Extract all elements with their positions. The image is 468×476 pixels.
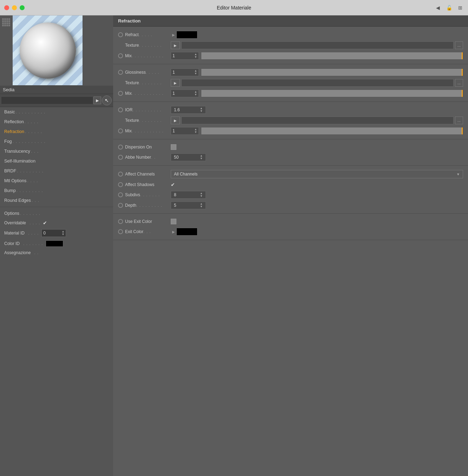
material-preview [13, 15, 83, 86]
section-header-refraction: Refraction [113, 15, 468, 27]
sidebar-item-self-illumination[interactable]: Self-Illumination [0, 156, 113, 166]
refract-mix-radio[interactable] [118, 53, 123, 58]
refract-color-swatch[interactable] [176, 31, 197, 39]
maximize-button[interactable] [20, 5, 25, 10]
sidebar-item-brdf-label: BRDF [4, 168, 16, 173]
ior-row: IOR . . . . . . . . . . 1.6 ▲▼ [113, 105, 468, 115]
glossiness-texture-more-button[interactable]: ... [455, 79, 463, 87]
sidebar-item-round-edges[interactable]: Round Edges . . . [0, 196, 113, 205]
subdivs-label: Subdivs . . . . . . . [125, 192, 171, 197]
refract-mix-value: 1 [173, 53, 175, 58]
color-id-row: Color ID . . . . . . . [0, 239, 113, 249]
sidebar-item-options[interactable]: Options . . . . . . . [0, 209, 113, 218]
glossiness-mix-spinbox[interactable]: 1 ▲▼ [171, 90, 199, 97]
abbe-number-value: 50 [174, 155, 178, 160]
glossiness-mix-label: Mix . . . . . . . . . . . [125, 91, 171, 96]
ior-label: IOR . . . . . . . . . . [125, 107, 171, 112]
glossiness-texture-bar [181, 79, 454, 87]
subdivs-radio[interactable] [118, 192, 123, 197]
lock-icon[interactable]: 🔓 [444, 3, 454, 13]
material-id-spinbox[interactable]: 0 ▲▼ [41, 229, 66, 237]
sidebar-item-brdf[interactable]: BRDF . . . . . . . . . [0, 166, 113, 176]
refract-mix-label: Mix . . . . . . . . . . . [125, 53, 171, 58]
glossiness-texture-play-button[interactable]: ▶ [171, 79, 180, 87]
depth-value: 5 [174, 203, 176, 208]
sidebar-item-fog[interactable]: Fog . . . . . . . . . . . [0, 137, 113, 146]
ior-texture-more-button[interactable]: ... [455, 117, 463, 124]
ior-value: 1.6 [174, 107, 180, 112]
material-id-value: 0 [43, 231, 46, 236]
cursor-button[interactable]: ↖ [102, 95, 112, 105]
glossiness-spinbox[interactable]: 1 ▲▼ [171, 68, 199, 76]
expand-icon[interactable]: ⊞ [455, 3, 465, 13]
minimize-button[interactable] [12, 5, 17, 10]
sidebar-item-translucency[interactable]: Translucency . . . [0, 146, 113, 156]
overridable-label: Overridable [4, 220, 26, 225]
search-input[interactable] [1, 97, 93, 104]
dropdown-arrow-icon: ▼ [456, 172, 460, 176]
depth-spinbox[interactable]: 5 ▲▼ [171, 201, 206, 209]
sidebar-item-basic-label: Basic [4, 110, 15, 114]
ior-mix-row: Mix . . . . . . . . . . . 1 ▲▼ [113, 126, 468, 136]
refract-texture-bar [181, 41, 454, 49]
refract-mix-spinbox[interactable]: 1 ▲▼ [171, 52, 199, 60]
exit-color-label: Exit Color . . . [125, 229, 171, 234]
exit-color-swatch[interactable] [176, 228, 197, 236]
refract-texture-label: Texture . . . . . . . . [125, 43, 171, 48]
use-exit-color-radio[interactable] [118, 219, 123, 224]
sidebar-item-basic[interactable]: Basic . . . . . . . . . . [0, 107, 113, 117]
back-arrow-icon[interactable]: ◀ [433, 3, 443, 13]
use-exit-color-row: Use Exit Color [113, 217, 468, 226]
main-container: Sedia ▶ ↖ Basic . . . . . . . . . . Refl… [0, 15, 468, 476]
refract-radio[interactable] [118, 32, 123, 37]
search-arrow-button[interactable]: ▶ [93, 97, 101, 104]
ior-mix-radio[interactable] [118, 128, 123, 133]
exit-color-section: Use Exit Color Exit Color . . . ▶ [113, 214, 468, 240]
affect-shadows-radio[interactable] [118, 182, 123, 187]
refract-mix-row: Mix . . . . . . . . . . . 1 ▲▼ [113, 51, 468, 61]
abbe-number-radio[interactable] [118, 155, 123, 160]
affect-section: Affect Channels All Channels ▼ Affect Sh… [113, 166, 468, 214]
dispersion-on-checkbox[interactable] [171, 144, 176, 150]
ior-radio[interactable] [118, 107, 123, 112]
glossiness-mix-radio[interactable] [118, 91, 123, 96]
glossiness-radio[interactable] [118, 70, 123, 75]
sidebar-item-bump[interactable]: Bump . . . . . . . . . [0, 186, 113, 196]
refract-row: Refract . . . . . ▶ [113, 29, 468, 40]
close-button[interactable] [4, 5, 9, 10]
ior-spinbox[interactable]: 1.6 ▲▼ [171, 106, 206, 114]
use-exit-color-label: Use Exit Color [125, 219, 171, 224]
ior-mix-spinbox[interactable]: 1 ▲▼ [171, 127, 199, 135]
grid-icon[interactable] [0, 15, 13, 27]
ior-texture-bar [181, 117, 454, 124]
affect-shadows-checkmark: ✔ [171, 182, 175, 187]
glossiness-value: 1 [173, 70, 175, 75]
sidebar-item-round-edges-label: Round Edges [4, 198, 31, 203]
affect-channels-dropdown[interactable]: All Channels ▼ [171, 170, 463, 178]
affect-shadows-row: Affect Shadows ✔ [113, 180, 468, 190]
refract-texture-play-button[interactable]: ▶ [171, 41, 180, 49]
affect-channels-radio[interactable] [118, 172, 123, 177]
abbe-number-spinbox[interactable]: 50 ▲▼ [171, 153, 206, 161]
sidebar-item-refraction[interactable]: Refraction . . . . . . [0, 127, 113, 137]
refract-texture-more-button[interactable]: ... [455, 41, 463, 49]
affect-channels-value: All Channels [174, 172, 197, 177]
refract-section: Refract . . . . . ▶ Texture . . . . . . … [113, 27, 468, 64]
sidebar-top [0, 15, 113, 86]
glossiness-mix-row: Mix . . . . . . . . . . . 1 ▲▼ [113, 88, 468, 99]
use-exit-color-checkbox[interactable] [171, 219, 176, 224]
color-id-swatch[interactable] [46, 240, 63, 247]
dispersion-on-radio[interactable] [118, 145, 123, 150]
exit-color-radio[interactable] [118, 229, 123, 234]
sidebar-item-mtl-options[interactable]: Mtl Options . . . . [0, 176, 113, 186]
affect-channels-label: Affect Channels [125, 172, 171, 177]
sidebar-item-reflection[interactable]: Reflection . . . . . [0, 117, 113, 127]
preview-sphere [20, 22, 76, 79]
subdivs-spinbox[interactable]: 8 ▲▼ [171, 191, 206, 199]
depth-radio[interactable] [118, 203, 123, 208]
assegnazione-label: Assegnazione [4, 250, 31, 255]
abbe-number-label: Abbe Number . . [125, 155, 171, 160]
ior-mix-value: 1 [173, 128, 175, 133]
ior-section: IOR . . . . . . . . . . 1.6 ▲▼ Texture .… [113, 102, 468, 139]
ior-texture-play-button[interactable]: ▶ [171, 117, 180, 124]
